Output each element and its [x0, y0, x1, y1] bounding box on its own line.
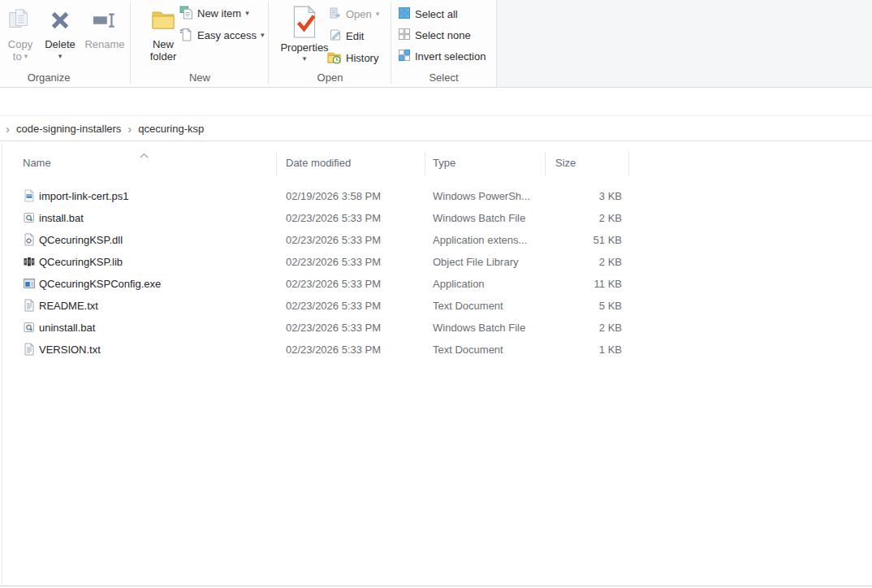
file-size: 51 KB	[538, 233, 622, 247]
file-row[interactable]: VERSION.txt 02/23/2026 5:33 PM Text Docu…	[2, 339, 870, 361]
file-row[interactable]: uninstall.bat 02/23/2026 5:33 PM Windows…	[2, 317, 870, 339]
file-name: VERSION.txt	[39, 343, 101, 357]
open-label: Open	[346, 8, 372, 20]
batch-file-icon	[23, 321, 36, 334]
ribbon-group-organize: Copy to▾ Delete ▾ Rename Organize	[0, 0, 131, 87]
chevron-down-icon: ▾	[24, 53, 28, 60]
ribbon-group-new: New folder New item ▾ Easy	[131, 0, 269, 87]
breadcrumb-item-parent[interactable]: code-signing-installers	[14, 123, 123, 135]
open-button[interactable]: Open ▾	[329, 4, 379, 24]
file-size: 11 KB	[538, 277, 622, 291]
file-date: 02/23/2026 5:33 PM	[286, 233, 381, 247]
select-none-button[interactable]: Select none	[398, 25, 471, 45]
invert-selection-button[interactable]: Invert selection	[398, 46, 486, 67]
column-separator[interactable]	[425, 152, 425, 175]
window-left-border	[2, 143, 2, 586]
file-name: uninstall.bat	[39, 321, 95, 335]
new-item-button[interactable]: New item ▾	[179, 3, 249, 24]
easy-access-icon	[179, 28, 193, 44]
file-row[interactable]: QCecuringKSPConfig.exe 02/23/2026 5:33 P…	[2, 273, 870, 295]
batch-file-icon	[23, 211, 36, 224]
application-exe-icon	[23, 277, 36, 290]
file-type: Windows PowerSh...	[433, 189, 530, 203]
edit-label: Edit	[346, 30, 364, 42]
column-separator[interactable]	[545, 152, 546, 175]
edit-button[interactable]: Edit	[329, 26, 364, 46]
chevron-down-icon: ▾	[245, 10, 249, 17]
copy-to-label-line1: Copy	[8, 38, 32, 50]
breadcrumb: › code-signing-installers › qcecuring-ks…	[0, 115, 872, 141]
copy-to-button[interactable]: Copy to▾	[2, 2, 39, 63]
easy-access-button[interactable]: Easy access ▾	[179, 25, 265, 45]
file-date: 02/23/2026 5:33 PM	[286, 299, 381, 313]
text-file-icon	[23, 299, 36, 312]
chevron-down-icon: ▾	[303, 55, 307, 63]
file-type: Text Document	[433, 343, 503, 357]
history-label: History	[346, 52, 378, 64]
group-label-new: New	[131, 71, 269, 84]
delete-label: Delete	[45, 38, 76, 50]
new-folder-label-line1: New	[153, 38, 174, 50]
properties-button[interactable]: Properties ▾	[278, 2, 330, 63]
file-type: Windows Batch File	[433, 321, 525, 335]
rename-button[interactable]: Rename	[81, 2, 128, 50]
pencil-page-icon	[329, 28, 342, 44]
yellow-folder-icon	[150, 2, 176, 38]
sort-ascending-caret	[140, 149, 149, 161]
x-mark-icon	[48, 2, 72, 38]
file-date: 02/23/2026 5:33 PM	[286, 277, 381, 291]
file-type: Text Document	[433, 299, 503, 313]
column-separator[interactable]	[276, 152, 277, 175]
ribbon-empty-area	[496, 0, 872, 87]
history-button[interactable]: History	[327, 48, 378, 68]
select-all-button[interactable]: Select all	[398, 4, 458, 24]
column-separator[interactable]	[628, 152, 629, 175]
invert-selection-label: Invert selection	[415, 50, 486, 63]
grid-outline-icon	[398, 28, 411, 43]
copy-pages-icon	[8, 2, 32, 38]
new-item-label: New item	[197, 7, 241, 19]
column-header-type[interactable]: Type	[433, 157, 455, 169]
file-row[interactable]: QCecuringKSP.lib 02/23/2026 5:33 PM Obje…	[2, 251, 870, 273]
file-type: Windows Batch File	[433, 211, 525, 225]
rename-label: Rename	[84, 38, 124, 50]
breadcrumb-item-current[interactable]: qcecuring-ksp	[136, 123, 206, 135]
group-label-open: Open	[269, 71, 391, 84]
file-row[interactable]: QCecuringKSP.dll 02/23/2026 5:33 PM Appl…	[2, 229, 870, 251]
new-folder-button[interactable]: New folder	[142, 2, 184, 63]
chevron-down-icon: ▾	[58, 53, 63, 60]
delete-button[interactable]: Delete ▾	[41, 2, 80, 60]
file-name: README.txt	[39, 299, 98, 313]
file-date: 02/23/2026 5:33 PM	[286, 255, 381, 269]
file-size: 2 KB	[538, 211, 622, 225]
file-size: 5 KB	[538, 299, 622, 313]
file-size: 3 KB	[538, 189, 622, 203]
column-header-size[interactable]: Size	[555, 157, 576, 169]
lib-file-icon	[23, 255, 36, 268]
grid-all-blue-icon	[398, 6, 411, 22]
ribbon-group-select: Select all Select none	[391, 0, 496, 87]
file-type: Application	[433, 277, 485, 291]
file-row[interactable]: install.bat 02/23/2026 5:33 PM Windows B…	[2, 207, 870, 229]
file-row[interactable]: import-link-cert.ps1 02/19/2026 3:58 PM …	[2, 185, 870, 207]
new-item-icon	[179, 6, 193, 22]
chevron-right-icon: ›	[2, 123, 14, 135]
chevron-right-icon: ›	[123, 123, 136, 135]
properties-label: Properties	[280, 41, 328, 54]
window-bottom-border	[0, 586, 872, 586]
file-size: 1 KB	[538, 343, 622, 357]
text-file-icon	[23, 343, 36, 356]
checkmark-page-icon	[291, 2, 318, 41]
column-header-name[interactable]: Name	[23, 157, 51, 169]
easy-access-label: Easy access	[197, 29, 257, 41]
group-label-select: Select	[391, 71, 496, 84]
file-date: 02/23/2026 5:33 PM	[286, 321, 381, 335]
ribbon-toolbar: Copy to▾ Delete ▾ Rename Organize	[0, 0, 872, 88]
column-header-date-modified[interactable]: Date modified	[286, 157, 351, 169]
file-size: 2 KB	[538, 321, 622, 335]
ibeam-rename-icon	[92, 2, 118, 38]
group-label-organize: Organize	[0, 71, 97, 84]
file-row[interactable]: README.txt 02/23/2026 5:33 PM Text Docum…	[2, 295, 870, 317]
file-name: import-link-cert.ps1	[39, 189, 129, 203]
ribbon-group-open: Properties ▾ Open ▾ Edit	[269, 0, 391, 87]
